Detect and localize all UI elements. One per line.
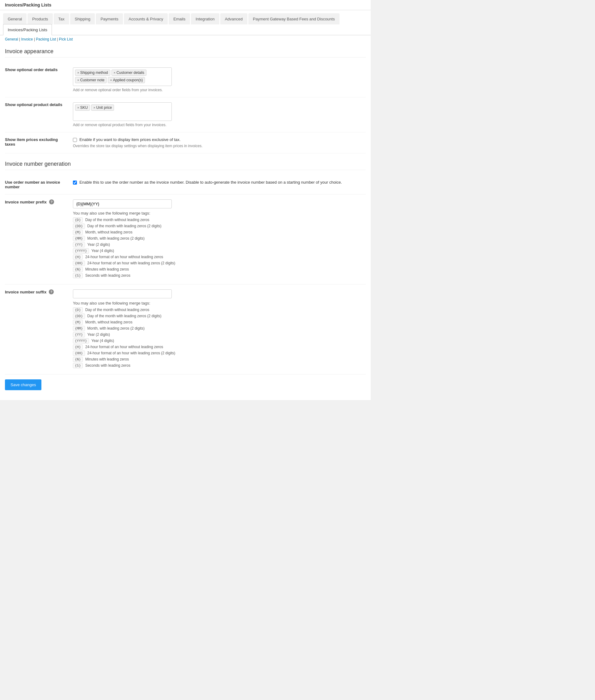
prefix-tag-YY: {YY} Year (2 digits) <box>73 242 366 247</box>
suffix-tag-N: {N} Minutes with leading zeros <box>73 357 366 362</box>
tag-applied-coupons-label: Applied coupon(s) <box>113 78 143 82</box>
use-order-number-checkbox-label[interactable]: Enable this to use the order number as t… <box>79 180 342 185</box>
tag-sku-remove[interactable]: × <box>77 106 79 109</box>
use-order-number-checkbox-row: Enable this to use the order number as t… <box>73 180 366 185</box>
breadcrumb: General | Invoice | Packing List | Pick … <box>0 35 371 43</box>
tab-emails[interactable]: Emails <box>169 13 190 24</box>
tag-sku[interactable]: × SKU <box>75 105 90 111</box>
page-title: Invoices/Packing Lists <box>5 2 51 7</box>
suffix-tag-YYYY: {YYYY} Year (4 digits) <box>73 338 366 344</box>
prefix-tag-N: {N} Minutes with leading zeros <box>73 267 366 272</box>
tab-general[interactable]: General <box>3 13 27 24</box>
page-header: Invoices/Packing Lists <box>0 0 371 10</box>
tag-unit-price[interactable]: × Unit price <box>91 105 114 111</box>
tab-accounts-privacy[interactable]: Accounts & Privacy <box>124 13 168 24</box>
tag-customer-note[interactable]: × Customer note <box>75 77 107 83</box>
item-prices-excl-taxes-field: Enable if you want to display item price… <box>73 132 366 153</box>
tab-tax[interactable]: Tax <box>54 13 69 24</box>
main-content: Invoice appearance Show optional order d… <box>0 43 371 400</box>
prefix-tag-MM: {MM} Month, with leading zeros (2 digits… <box>73 236 366 241</box>
prefix-tag-H: {H} 24-hour format of an hour without le… <box>73 254 366 260</box>
item-prices-checkbox-row: Enable if you want to display item price… <box>73 137 366 142</box>
suffix-tag-D: {D} Day of the month without leading zer… <box>73 307 366 313</box>
tag-customer-details[interactable]: × Customer details <box>112 70 146 76</box>
tag-applied-coupons-remove[interactable]: × <box>110 78 112 82</box>
item-prices-excl-taxes-description: Overrides the store tax display settings… <box>73 144 366 148</box>
item-prices-excl-checkbox-label[interactable]: Enable if you want to display item price… <box>79 137 180 142</box>
optional-order-details-row: Show optional order details × Shipping m… <box>5 62 366 98</box>
prefix-tag-S: {S} Seconds with leading zeros <box>73 273 366 278</box>
tab-products[interactable]: Products <box>28 13 53 24</box>
tag-applied-coupons[interactable]: × Applied coupon(s) <box>108 77 145 83</box>
tab-shipping[interactable]: Shipping <box>70 13 95 24</box>
order-details-tag-box[interactable]: × Shipping method × Customer details × C… <box>73 68 172 86</box>
tag-unit-price-label: Unit price <box>96 105 112 110</box>
prefix-tag-HH: {HH} 24-hour format of an hour with lead… <box>73 261 366 266</box>
invoice-prefix-input[interactable] <box>73 199 172 208</box>
suffix-tag-M: {M} Month, without leading zeros <box>73 320 366 325</box>
optional-order-details-field: × Shipping method × Customer details × C… <box>73 62 366 98</box>
suffix-help-icon[interactable]: ? <box>49 289 54 294</box>
prefix-tag-D: {D} Day of the month without leading zer… <box>73 217 366 223</box>
optional-product-details-label: Show optional product details <box>5 98 73 132</box>
use-order-number-row: Use order number as invoice number Enabl… <box>5 175 366 194</box>
invoice-appearance-table: Show optional order details × Shipping m… <box>5 62 366 153</box>
tab-integration[interactable]: Integration <box>191 13 219 24</box>
prefix-help-icon[interactable]: ? <box>49 199 54 205</box>
invoice-number-generation-table: Use order number as invoice number Enabl… <box>5 175 366 374</box>
optional-product-details-row: Show optional product details × SKU × Un… <box>5 98 366 132</box>
prefix-merge-tags-intro: You may also use the following merge tag… <box>73 211 366 216</box>
item-prices-excl-taxes-label: Show item prices excluding taxes <box>5 132 73 153</box>
tab-advanced[interactable]: Advanced <box>220 13 248 24</box>
tag-shipping-method-remove[interactable]: × <box>77 71 79 75</box>
save-changes-button[interactable]: Save changes <box>5 379 41 390</box>
invoice-appearance-title: Invoice appearance <box>5 48 366 57</box>
prefix-tag-DD: {DD} Day of the month with leading zeros… <box>73 223 366 229</box>
tabs-bar: General Products Tax Shipping Payments A… <box>0 13 371 35</box>
suffix-tag-S: {S} Seconds with leading zeros <box>73 363 366 368</box>
invoice-number-generation-title: Invoice number generation <box>5 161 366 170</box>
tab-invoices[interactable]: Invoices/Packing Lists <box>3 24 52 35</box>
invoice-suffix-input[interactable] <box>73 289 172 298</box>
item-prices-excl-taxes-row: Show item prices excluding taxes Enable … <box>5 132 366 153</box>
optional-product-details-description: Add or remove optional product fields fr… <box>73 123 366 127</box>
use-order-number-label: Use order number as invoice number <box>5 175 73 194</box>
tag-customer-note-label: Customer note <box>80 78 105 82</box>
prefix-tag-M: {M} Month, without leading zeros <box>73 230 366 235</box>
tag-customer-details-label: Customer details <box>116 71 144 75</box>
breadcrumb-pick-list[interactable]: Pick List <box>59 37 73 42</box>
suffix-tag-H: {H} 24-hour format of an hour without le… <box>73 345 366 350</box>
optional-order-details-description: Add or remove optional order fields from… <box>73 88 366 92</box>
tab-pgbfd[interactable]: Payment Gateway Based Fees and Discounts <box>248 13 340 24</box>
invoice-prefix-row: Invoice number prefix ? You may also use… <box>5 194 366 285</box>
optional-product-details-field: × SKU × Unit price Add or remove optiona… <box>73 98 366 132</box>
breadcrumb-invoice[interactable]: Invoice <box>21 37 33 42</box>
suffix-merge-tags-intro: You may also use the following merge tag… <box>73 301 366 305</box>
product-details-tag-box[interactable]: × SKU × Unit price <box>73 102 172 121</box>
tag-customer-note-remove[interactable]: × <box>77 78 79 82</box>
suffix-tag-MM: {MM} Month, with leading zeros (2 digits… <box>73 326 366 331</box>
suffix-merge-tags: You may also use the following merge tag… <box>73 301 366 368</box>
invoice-prefix-field: You may also use the following merge tag… <box>73 194 366 285</box>
tag-shipping-method[interactable]: × Shipping method <box>75 70 110 76</box>
breadcrumb-general[interactable]: General <box>5 37 18 42</box>
tag-customer-details-remove[interactable]: × <box>114 71 116 75</box>
invoice-suffix-field: You may also use the following merge tag… <box>73 285 366 374</box>
tab-payments[interactable]: Payments <box>96 13 123 24</box>
item-prices-excl-checkbox[interactable] <box>73 138 77 142</box>
invoice-prefix-label: Invoice number prefix ? <box>5 194 73 285</box>
suffix-tag-DD: {DD} Day of the month with leading zeros… <box>73 314 366 319</box>
prefix-tag-YYYY: {YYYY} Year (4 digits) <box>73 248 366 253</box>
tag-unit-price-remove[interactable]: × <box>93 106 95 109</box>
suffix-tag-HH: {HH} 24-hour format of an hour with lead… <box>73 351 366 356</box>
use-order-number-field: Enable this to use the order number as t… <box>73 175 366 194</box>
invoice-suffix-row: Invoice number suffix ? You may also use… <box>5 285 366 374</box>
prefix-merge-tags: You may also use the following merge tag… <box>73 211 366 278</box>
invoice-suffix-label: Invoice number suffix ? <box>5 285 73 374</box>
tag-sku-label: SKU <box>80 105 88 110</box>
breadcrumb-packing-list[interactable]: Packing List <box>36 37 56 42</box>
tag-shipping-method-label: Shipping method <box>80 71 108 75</box>
suffix-tag-YY: {YY} Year (2 digits) <box>73 332 366 337</box>
use-order-number-checkbox[interactable] <box>73 181 77 185</box>
optional-order-details-label: Show optional order details <box>5 62 73 98</box>
